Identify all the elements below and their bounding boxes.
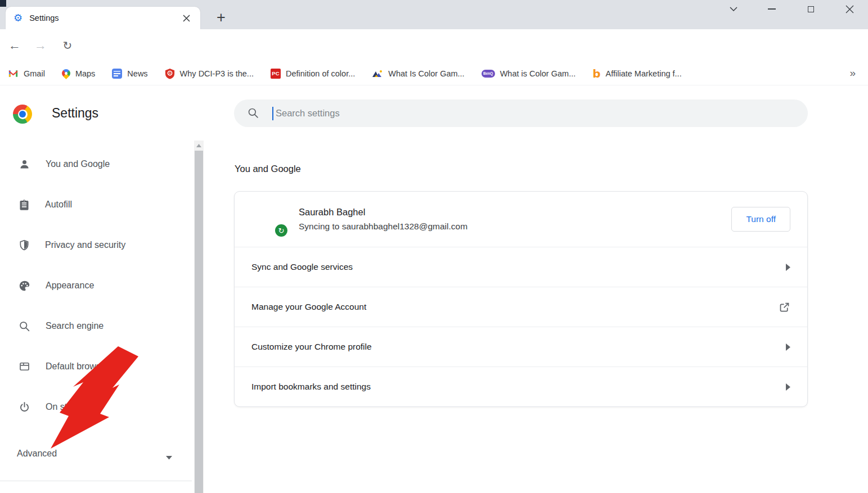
external-link-icon xyxy=(779,301,790,313)
sidebar-divider xyxy=(0,481,192,481)
sync-badge-icon: ↻ xyxy=(274,223,289,238)
chevron-right-icon xyxy=(786,264,790,271)
benq-icon: BenQ xyxy=(482,70,495,78)
chevron-right-icon xyxy=(786,383,790,391)
sync-status: Syncing to saurabhbaghel1328@gmail.com xyxy=(299,221,467,232)
bookmark-dci-p3[interactable]: Why DCI-P3 is the... xyxy=(165,68,254,79)
shield-icon xyxy=(19,239,30,251)
maps-pin-icon xyxy=(60,67,72,79)
new-tab-button[interactable]: + xyxy=(212,8,231,27)
scrollbar-up-icon[interactable] xyxy=(194,141,204,150)
window-maximize-button[interactable] xyxy=(799,1,822,17)
window-close-button[interactable] xyxy=(838,1,861,17)
person-icon xyxy=(19,159,30,170)
clipboard-icon xyxy=(19,199,30,211)
sidebar-item-default-browser[interactable]: Default browser xyxy=(0,346,191,387)
sidebar-item-autofill[interactable]: Autofill xyxy=(0,184,191,225)
tab-settings[interactable]: ⚙ Settings xyxy=(6,7,200,29)
row-manage-google-account[interactable]: Manage your Google Account xyxy=(235,287,807,327)
bookmark-gmail[interactable]: Gmail xyxy=(8,69,45,78)
account-avatar: ↻ xyxy=(251,202,286,237)
sidebar-item-you-and-google[interactable]: You and Google xyxy=(0,144,191,184)
tab-close-icon[interactable] xyxy=(180,12,192,24)
scrollbar-thumb[interactable] xyxy=(195,151,203,493)
window-corner xyxy=(0,0,6,7)
window-tab-search-icon[interactable] xyxy=(722,1,745,17)
bookmark-news[interactable]: News xyxy=(112,69,147,79)
sidebar-item-on-startup[interactable]: On startup xyxy=(0,387,191,427)
turn-off-button[interactable]: Turn off xyxy=(731,207,790,232)
bookmark-definition-of-color[interactable]: PC Definition of color... xyxy=(271,69,355,79)
palette-icon xyxy=(19,280,30,292)
back-icon[interactable]: ← xyxy=(5,35,25,56)
settings-nav: You and Google Autofill Privacy and secu… xyxy=(0,144,191,427)
tab-title: Settings xyxy=(29,13,59,22)
sync-profile-row: ↻ Saurabh Baghel Syncing to saurabhbaghe… xyxy=(235,192,807,247)
sidebar-item-search-engine[interactable]: Search engine xyxy=(0,306,191,346)
mountains-icon xyxy=(372,69,383,78)
news-icon xyxy=(112,69,122,79)
bookmark-affiliate-marketing[interactable]: b Affiliate Marketing f... xyxy=(592,68,681,79)
bookmark-maps[interactable]: Maps xyxy=(62,69,95,78)
page-title: Settings xyxy=(52,106,98,121)
tab-strip: ⚙ Settings + xyxy=(0,0,868,29)
bookmarks-overflow-chevron[interactable]: » xyxy=(849,67,856,79)
row-import-bookmarks-settings[interactable]: Import bookmarks and settings xyxy=(235,367,807,406)
nav-scrollbar[interactable] xyxy=(194,141,204,493)
bookmark-what-is-color-gamut-2[interactable]: BenQ What is Color Gam... xyxy=(482,69,576,78)
sidebar-item-advanced[interactable]: Advanced xyxy=(0,441,191,467)
sidebar-item-appearance[interactable]: Appearance xyxy=(0,265,191,306)
sidebar-item-privacy-and-security[interactable]: Privacy and security xyxy=(0,225,191,265)
pc-icon: PC xyxy=(271,69,281,79)
settings-page: Settings You and Google Autofill Privacy… xyxy=(0,85,868,493)
account-name: Saurabh Baghel xyxy=(299,207,467,218)
reload-icon[interactable]: ↻ xyxy=(57,35,78,56)
browser-toolbar: ← → ↻ Chrome chrome:// settings ☆ K xyxy=(0,29,868,62)
chevron-right-icon xyxy=(786,343,790,351)
row-sync-and-google-services[interactable]: Sync and Google services xyxy=(235,247,807,287)
bookmark-what-is-color-gamut-1[interactable]: What Is Color Gam... xyxy=(372,69,464,78)
power-icon xyxy=(19,401,30,413)
browser-window-icon xyxy=(19,361,30,372)
section-title: You and Google xyxy=(235,164,301,174)
red-shield-icon xyxy=(165,68,175,79)
row-customize-chrome-profile[interactable]: Customize your Chrome profile xyxy=(235,327,807,367)
chrome-logo xyxy=(13,105,32,124)
search-icon xyxy=(19,320,30,332)
search-settings-input[interactable] xyxy=(234,99,808,127)
settings-search[interactable] xyxy=(234,99,808,127)
gear-icon: ⚙ xyxy=(14,13,23,23)
you-and-google-card: ↻ Saurabh Baghel Syncing to saurabhbaghe… xyxy=(234,191,808,407)
gmail-icon xyxy=(8,69,19,78)
chevron-down-icon xyxy=(166,452,172,462)
window-minimize-button[interactable] xyxy=(761,1,783,17)
b-icon: b xyxy=(592,68,600,79)
bookmarks-bar: Gmail Maps News Why DCI-P3 is the... PC … xyxy=(0,62,868,85)
forward-icon[interactable]: → xyxy=(30,35,51,56)
